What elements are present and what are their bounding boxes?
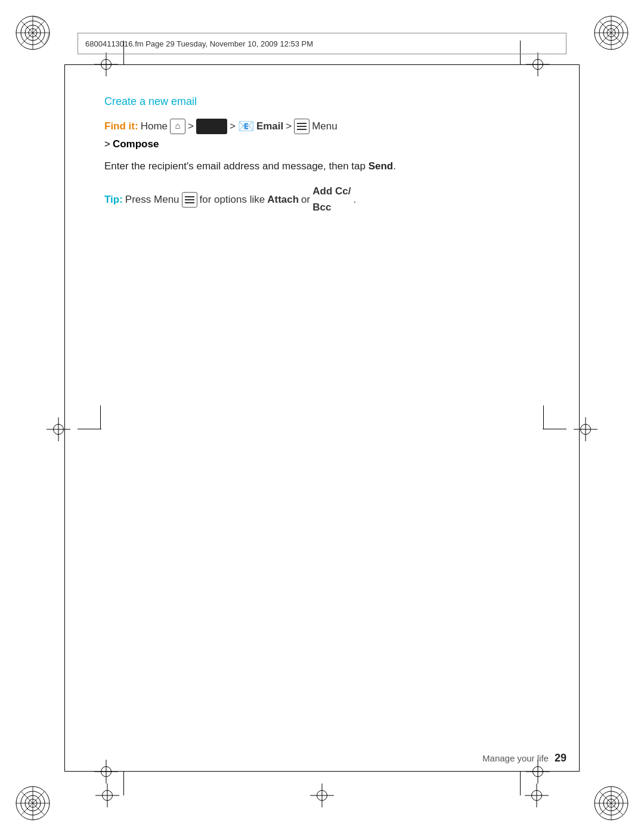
tip-label: Tip: [104, 192, 123, 208]
find-it-label: Find it: [104, 119, 138, 134]
border-top [64, 64, 580, 65]
tip-line: Tip: Press Menu for options like Attach … [104, 184, 566, 215]
header-bar: 68004113016.fm Page 29 Tuesday, November… [78, 33, 566, 54]
tip-period: . [353, 192, 356, 208]
border-bottom [64, 771, 580, 772]
apps-block [196, 119, 227, 134]
border-left [64, 64, 65, 772]
compose-text: Compose [113, 138, 159, 150]
arrow-4: > [104, 138, 110, 150]
bottom-marks-row [0, 778, 644, 813]
crosshair-bottom-center-left [89, 778, 125, 813]
find-it-line: Find it: Home ⌂ > > 📧 Email > Menu [104, 116, 566, 136]
tip-text-pre: Press Menu [125, 192, 179, 208]
tip-text-mid: for options like [200, 192, 265, 208]
compose-line: > Compose [104, 138, 566, 150]
tick-mid-left-h [78, 429, 101, 429]
registration-mark-top-left [12, 12, 54, 54]
crosshair-mid-right [568, 411, 603, 447]
footer-page-number: 29 [555, 752, 566, 764]
registration-mark-top-right [590, 12, 632, 54]
tick-mid-left-v [100, 405, 101, 429]
tip-menu-icon [182, 192, 197, 208]
body-period: . [393, 160, 396, 172]
tip-or: or [301, 192, 310, 208]
tip-attach: Attach [267, 192, 299, 208]
email-icon: 📧 [238, 116, 254, 136]
home-icon: ⌂ [170, 119, 185, 134]
body-send: Send [369, 160, 394, 172]
crosshair-bottom-center-mid [304, 778, 340, 813]
email-label: Email [256, 119, 283, 134]
footer-text: Manage your life [482, 753, 549, 763]
border-right [579, 64, 580, 772]
footer: Manage your life 29 [78, 752, 566, 764]
tick-mid-right-h [543, 429, 566, 429]
arrow-1: > [188, 119, 194, 134]
menu-icon [294, 119, 309, 134]
crosshair-bottom-center-right [519, 778, 555, 813]
crosshair-mid-left [41, 411, 76, 447]
svg-line-8 [33, 16, 45, 21]
tick-mid-right-v [543, 405, 544, 429]
body-text: Enter the recipient's email address and … [104, 159, 566, 174]
find-it-home-text: Home [141, 119, 168, 134]
header-text: 68004113016.fm Page 29 Tuesday, November… [85, 39, 313, 48]
arrow-3: > [286, 119, 292, 134]
svg-line-9 [45, 33, 49, 45]
arrow-2: > [230, 119, 236, 134]
body-text-pre: Enter the recipient's email address and … [104, 160, 366, 172]
section-title: Create a new email [104, 95, 566, 108]
menu-text: Menu [312, 119, 338, 134]
tip-add-cc: Add Cc/Bcc [312, 184, 351, 215]
main-content: Create a new email Find it: Home ⌂ > > 📧… [104, 95, 566, 215]
